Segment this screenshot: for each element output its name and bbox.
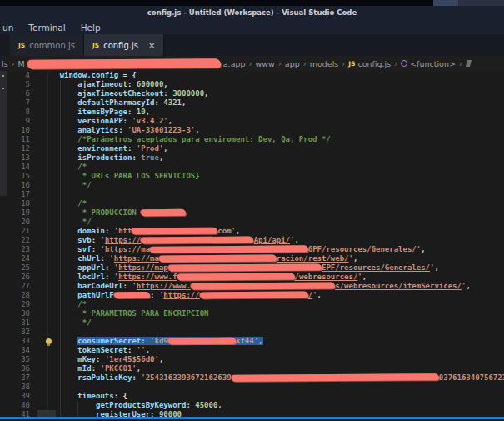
code-line-8[interactable]: 8 itemsByPage: 10, xyxy=(0,108,504,117)
tab-common.js[interactable]: JScommon.js xyxy=(10,34,84,56)
code-line-41[interactable]: 41 registerUser: 90000 xyxy=(0,410,504,417)
code-line-18[interactable]: 18 /* xyxy=(0,199,504,208)
code-line-23[interactable]: 23 svf: 'https://maGPF/resources/General… xyxy=(0,245,504,254)
breadcrumb-item[interactable]: www xyxy=(256,59,275,68)
code-line-16[interactable]: 16 */ xyxy=(0,181,504,190)
code-token xyxy=(42,392,77,400)
code-line-27[interactable]: 27 barCodeUrl: 'https://www.s/webresourc… xyxy=(0,282,504,291)
code-token: , xyxy=(236,227,240,235)
line-number[interactable]: 14 xyxy=(0,163,30,172)
code-line-10[interactable]: 10 analytics: 'UA-33601223-3', xyxy=(0,126,504,135)
line-number[interactable]: 37 xyxy=(0,373,30,383)
redaction-scribble xyxy=(27,58,221,69)
line-number[interactable]: 27 xyxy=(0,282,30,291)
breadcrumb-item[interactable]: ls xyxy=(2,59,8,68)
line-number[interactable]: 7 xyxy=(0,98,30,108)
line-number[interactable]: 10 xyxy=(0,126,30,135)
code-line-39[interactable]: 39 timeouts: { xyxy=(0,392,504,401)
code-line-29[interactable]: 29 /* xyxy=(0,300,504,309)
line-number[interactable]: 13 xyxy=(0,153,30,163)
line-number[interactable]: 8 xyxy=(0,108,30,117)
status-bar[interactable] xyxy=(0,417,504,421)
line-number[interactable]: 15 xyxy=(0,172,30,181)
code-line-37[interactable]: 37 rsaPublicKey: '2543163393672162639037… xyxy=(0,373,504,383)
line-content: registerUser: 90000 xyxy=(30,410,182,417)
code-line-35[interactable]: 35 mKey: '1er45$56d0', xyxy=(0,355,504,364)
line-number[interactable]: 28 xyxy=(0,291,30,300)
line-number[interactable]: 9 xyxy=(0,117,30,126)
code-token: 037616340756723 xyxy=(439,373,504,382)
code-line-38[interactable]: 38 xyxy=(0,383,504,392)
code-line-14[interactable]: 14 /* xyxy=(0,163,504,172)
line-number[interactable]: 23 xyxy=(0,245,30,254)
code-line-5[interactable]: 5 ajaxTimeout: 600000, xyxy=(0,80,504,89)
line-number[interactable]: 31 xyxy=(0,318,30,328)
line-number[interactable]: 6 xyxy=(0,89,30,98)
code-line-24[interactable]: 24 chUrl: 'https://maracion/rest/web/', xyxy=(0,254,504,263)
line-number[interactable]: 40 xyxy=(0,401,30,410)
line-number[interactable]: 22 xyxy=(0,236,30,245)
code-line-11[interactable]: 11 /*Parámetros aceptados para enviromen… xyxy=(0,135,504,144)
line-number[interactable]: 35 xyxy=(0,355,30,364)
line-number[interactable]: 36 xyxy=(0,364,30,373)
line-number[interactable]: 20 xyxy=(0,218,30,227)
tab-config.js[interactable]: JSconfig.js× xyxy=(84,34,164,56)
close-icon[interactable]: × xyxy=(148,41,155,50)
line-number[interactable]: 18 xyxy=(0,199,30,208)
menu-item-help[interactable]: Help xyxy=(73,23,108,33)
code-line-17[interactable]: 17 xyxy=(0,190,504,199)
line-number[interactable]: 19 xyxy=(0,208,30,218)
line-number[interactable]: 24 xyxy=(0,254,30,263)
code-line-33[interactable]: 33 consumerSecret: 'kd9kf44', xyxy=(0,337,504,346)
code-line-28[interactable]: 28 pathUrlF: 'https:///', xyxy=(0,291,504,300)
line-number[interactable]: 4 xyxy=(0,71,30,80)
code-line-26[interactable]: 26 locUrl: 'https://www.f/webresources/'… xyxy=(0,273,504,282)
line-number[interactable]: 17 xyxy=(0,190,30,199)
breadcrumb-item[interactable]: app xyxy=(285,59,300,68)
code-line-19[interactable]: 19 * PRODUCCION xyxy=(0,208,504,218)
line-number[interactable]: 33 xyxy=(0,337,30,346)
line-number[interactable]: 5 xyxy=(0,80,30,89)
code-line-32[interactable]: 32 xyxy=(0,328,504,337)
line-number[interactable]: 41 xyxy=(0,410,30,417)
menu-item-terminal[interactable]: Terminal xyxy=(21,23,72,33)
line-number[interactable]: 16 xyxy=(0,181,30,190)
code-line-31[interactable]: 31 */ xyxy=(0,318,504,328)
code-line-21[interactable]: 21 domain: 'httcom', xyxy=(0,227,504,236)
line-number[interactable]: 21 xyxy=(0,227,30,236)
code-line-22[interactable]: 22 svb: 'https://Api/api/', xyxy=(0,236,504,245)
line-number[interactable]: 12 xyxy=(0,144,30,153)
line-number[interactable]: 30 xyxy=(0,309,30,318)
code-line-12[interactable]: 12 environment: 'Prod', xyxy=(0,144,504,153)
code-line-30[interactable]: 30 * PARAMETROS PARA ENCRIPCION xyxy=(0,309,504,318)
code-line-36[interactable]: 36 mId: 'PKCC01', xyxy=(0,364,504,373)
line-number[interactable]: 39 xyxy=(0,392,30,401)
code-line-20[interactable]: 20 */ xyxy=(0,218,504,227)
breadcrumb-item[interactable]: models xyxy=(310,59,339,68)
code-token: * URLs PARA LOS SERVICIOS} xyxy=(42,172,200,180)
code-line-6[interactable]: 6 ajaxTimeoutCheckout: 3000000, xyxy=(0,89,504,98)
breadcrumb-item[interactable]: Ma.app xyxy=(18,59,246,68)
line-number[interactable]: 25 xyxy=(0,263,30,273)
code-line-4[interactable]: 4 window.config = { xyxy=(0,71,504,80)
line-number[interactable]: 26 xyxy=(0,273,30,282)
line-number[interactable]: 38 xyxy=(0,383,30,392)
line-number[interactable]: 11 xyxy=(0,135,30,144)
line-number[interactable]: 34 xyxy=(0,346,30,355)
lightbulb-icon[interactable] xyxy=(46,338,52,344)
menu-item-run[interactable]: un xyxy=(0,23,21,33)
code-line-13[interactable]: 13 isProduction: true, xyxy=(0,153,504,163)
breadcrumb-item[interactable]: <function> xyxy=(401,59,456,68)
code-line-7[interactable]: 7 defaultPharmacyId: 4321, xyxy=(0,98,504,108)
breadcrumb-item[interactable]: JSconfig.js xyxy=(348,59,391,68)
code-token: com' xyxy=(217,227,236,235)
editor[interactable]: 4 window.config = {5 ajaxTimeout: 600000… xyxy=(0,71,504,417)
code-line-34[interactable]: 34 tokenSecret: '', xyxy=(0,346,504,355)
breadcrumb-label: ls xyxy=(2,59,8,68)
line-number[interactable]: 29 xyxy=(0,300,30,309)
code-line-15[interactable]: 15 * URLs PARA LOS SERVICIOS} xyxy=(0,172,504,181)
code-line-9[interactable]: 9 versionAPP: 'v3.4.2', xyxy=(0,117,504,126)
line-number[interactable]: 32 xyxy=(0,328,30,337)
code-line-40[interactable]: 40 getProductsByKeyword: 45000, xyxy=(0,401,504,410)
code-line-25[interactable]: 25 appUrl: 'https://mapEPF/resources/Gen… xyxy=(0,263,504,273)
